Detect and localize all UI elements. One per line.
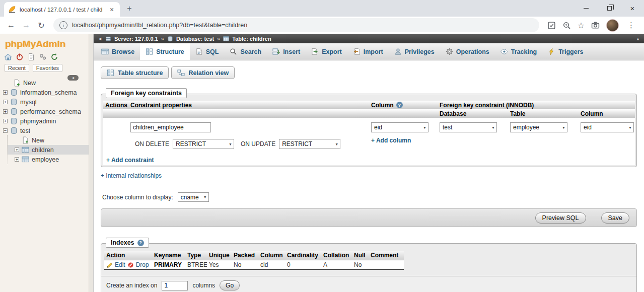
- breadcrumb-separator: »: [161, 36, 164, 42]
- tab-triggers[interactable]: Triggers: [542, 43, 589, 60]
- collapse-console-icon[interactable]: ▲: [636, 37, 640, 41]
- database-icon: [10, 98, 18, 106]
- restore-button[interactable]: [598, 0, 621, 17]
- close-window-button[interactable]: ×: [621, 0, 644, 17]
- insert-icon: [272, 48, 280, 55]
- tree-item-new-table[interactable]: New: [8, 135, 89, 145]
- expand-icon[interactable]: +: [3, 119, 8, 123]
- breadcrumb-database[interactable]: Database: test: [176, 36, 214, 42]
- tree-item-test[interactable]: − test: [0, 126, 89, 135]
- expand-icon[interactable]: +: [15, 157, 19, 162]
- expand-icon[interactable]: +: [3, 100, 8, 104]
- url-bar[interactable]: i localhost/phpmyadmin/tbl_relation.php?…: [53, 18, 539, 32]
- preview-sql-button[interactable]: Preview SQL: [535, 212, 586, 224]
- url-text: localhost/phpmyadmin/tbl_relation.php?db…: [72, 22, 247, 29]
- collapse-expander-icon[interactable]: −: [3, 128, 8, 133]
- tab-operations[interactable]: Operations: [440, 43, 495, 60]
- zoom-icon[interactable]: [562, 21, 571, 30]
- save-button[interactable]: Save: [601, 212, 630, 224]
- fk-table-select[interactable]: employee▼: [510, 122, 567, 132]
- panel-collapse-handle[interactable]: ◄: [67, 75, 79, 81]
- edit-index-link[interactable]: Edit: [115, 261, 125, 268]
- hide-navigation-icon[interactable]: ◄: [98, 36, 102, 41]
- recent-button[interactable]: Recent: [5, 64, 29, 72]
- browser-menu-icon[interactable]: ⋮: [625, 21, 637, 30]
- subtab-relation-view[interactable]: Relation view: [171, 66, 235, 79]
- minimize-button[interactable]: [575, 0, 598, 17]
- subtab-table-structure[interactable]: Table structure: [101, 66, 169, 79]
- expand-icon[interactable]: +: [3, 90, 8, 95]
- docs-icon[interactable]: [27, 53, 35, 61]
- camera-icon[interactable]: [591, 21, 600, 30]
- fk-database-select[interactable]: test▼: [440, 122, 497, 132]
- favorites-button[interactable]: Favorites: [33, 64, 62, 72]
- settings-icon[interactable]: [39, 53, 47, 61]
- tab-tracking[interactable]: Tracking: [495, 43, 542, 60]
- logout-icon[interactable]: [16, 53, 24, 61]
- tree-item-mysql[interactable]: + mysql: [0, 97, 89, 107]
- tree-item-employee[interactable]: + employee: [8, 155, 89, 164]
- structure-subtabs: Table structure Relation view: [101, 66, 637, 79]
- page-info-icon[interactable]: i: [59, 21, 67, 29]
- fk-constraint-cell: ON DELETE RESTRICT▼ ON UPDATE RESTRICT▼: [128, 121, 369, 150]
- tab-sql[interactable]: SQL: [190, 43, 225, 60]
- fk-header-column: Column ?: [369, 101, 437, 109]
- tab-structure[interactable]: Structure: [140, 43, 190, 60]
- help-icon[interactable]: ?: [137, 240, 144, 246]
- tree-item-phpmyadmin[interactable]: + phpmyadmin: [0, 116, 89, 126]
- fk-ref-column-select[interactable]: eid▼: [581, 122, 634, 132]
- on-update-select[interactable]: RESTRICT▼: [279, 139, 340, 149]
- idx-header-collation: Collation: [321, 251, 352, 260]
- idx-header-packed: Packed: [232, 251, 258, 260]
- fk-header-blank: [369, 109, 437, 118]
- fk-source-column-select[interactable]: eid▼: [371, 122, 428, 132]
- tab-privileges[interactable]: Privileges: [389, 43, 440, 60]
- operations-icon: [446, 48, 453, 55]
- chevron-down-icon: ▼: [335, 142, 338, 146]
- tab-import[interactable]: Import: [347, 43, 389, 60]
- reload-navigation-icon[interactable]: [50, 53, 58, 61]
- tree-item-performance-schema[interactable]: + performance_schema: [0, 107, 89, 116]
- refresh-button[interactable]: ↻: [34, 18, 48, 32]
- tab-close-icon[interactable]: ×: [108, 6, 116, 13]
- expand-icon[interactable]: +: [3, 109, 8, 114]
- expand-icon[interactable]: +: [15, 148, 19, 152]
- forward-button[interactable]: →: [19, 18, 33, 32]
- back-button[interactable]: ←: [4, 18, 18, 32]
- drop-index-link[interactable]: Drop: [136, 261, 149, 268]
- bookmark-star-icon[interactable]: ☆: [578, 21, 585, 30]
- tab-insert[interactable]: Insert: [267, 43, 306, 60]
- fk-header-database: Database: [437, 109, 508, 118]
- go-button[interactable]: Go: [220, 280, 240, 290]
- add-constraint-link[interactable]: + Add constraint: [106, 157, 154, 164]
- constraint-name-input[interactable]: [130, 122, 211, 132]
- breadcrumb-table[interactable]: Table: children: [232, 36, 271, 42]
- edit-pencil-icon: [106, 262, 113, 268]
- home-icon[interactable]: [4, 53, 12, 61]
- avatar[interactable]: [606, 19, 619, 32]
- index-column: cid: [258, 260, 285, 270]
- fk-header-blank: [103, 109, 128, 118]
- tab-export[interactable]: Export: [306, 43, 347, 60]
- internal-relationships-link[interactable]: + Internal relationships: [101, 172, 162, 179]
- extension-icon[interactable]: [547, 21, 556, 30]
- browser-tab[interactable]: localhost / 127.0.0.1 / test / child ×: [4, 2, 120, 17]
- tab-browse[interactable]: Browse: [96, 43, 140, 60]
- panel-resize-gutter[interactable]: [89, 34, 94, 292]
- tab-search[interactable]: Search: [224, 43, 267, 60]
- breadcrumb-server[interactable]: Server: 127.0.0.1: [114, 36, 158, 42]
- table-icon: [223, 36, 229, 42]
- index-columns-count-input[interactable]: [162, 281, 188, 290]
- tree-item-information-schema[interactable]: + information_schema: [0, 88, 89, 97]
- on-delete-select[interactable]: RESTRICT▼: [173, 139, 234, 149]
- fk-cascade-options: ON DELETE RESTRICT▼ ON UPDATE RESTRICT▼: [130, 139, 366, 149]
- tree-item-children[interactable]: + children: [8, 145, 89, 155]
- new-tab-button[interactable]: +: [123, 2, 136, 15]
- fk-header-actions: Actions: [103, 101, 128, 109]
- display-column-select[interactable]: cname▼: [178, 192, 209, 202]
- browser-navbar: ← → ↻ i localhost/phpmyadmin/tbl_relatio…: [0, 17, 644, 34]
- help-icon[interactable]: ?: [396, 102, 403, 108]
- test-subtree: New + children + employee: [7, 135, 89, 164]
- add-column-link[interactable]: + Add column: [371, 137, 411, 144]
- idx-header-unique: Unique: [207, 251, 232, 260]
